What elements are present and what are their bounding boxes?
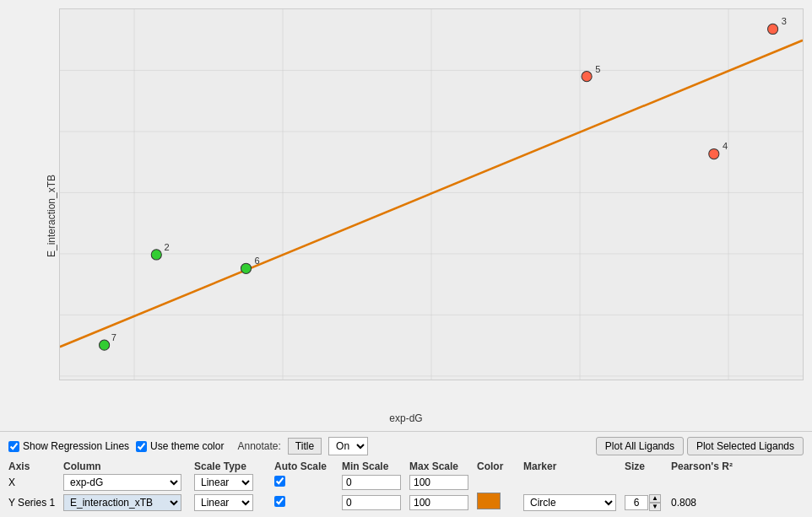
- y-color-cell: [477, 493, 523, 512]
- chart-inner: −203 −204 −205 −206 −207 −208 −11 −10 −9…: [59, 8, 804, 380]
- x-scaletype-cell: Linear Log: [194, 474, 274, 491]
- y-size-cell: ▲ ▼: [625, 494, 671, 511]
- use-theme-color-checkbox[interactable]: [136, 441, 147, 452]
- controls-area: Show Regression Lines Use theme color An…: [0, 431, 812, 517]
- y-minscale-cell: [342, 495, 409, 510]
- header-color: Color: [477, 460, 523, 472]
- svg-text:7: 7: [111, 332, 116, 342]
- x-minscale-cell: [342, 475, 409, 490]
- x-autoscale-cell: [274, 476, 342, 489]
- svg-point-32: [709, 148, 719, 159]
- y-scaletype-cell: Linear Log: [194, 494, 274, 511]
- y-axis-label: E_interaction_xTB: [46, 174, 57, 256]
- annotate-on-select[interactable]: On Off: [328, 437, 368, 455]
- controls-row1: Show Regression Lines Use theme color An…: [8, 437, 804, 455]
- svg-point-24: [100, 340, 110, 350]
- y-color-swatch[interactable]: [477, 493, 501, 509]
- y-pearson-cell: 0.808: [671, 497, 747, 509]
- y-scaletype-select[interactable]: Linear Log: [194, 494, 253, 511]
- chart-svg: −203 −204 −205 −206 −207 −208 −11 −10 −9…: [60, 9, 803, 380]
- y-marker-select[interactable]: Circle Square Triangle Diamond: [523, 494, 616, 511]
- x-minscale-input[interactable]: [342, 475, 401, 490]
- svg-point-30: [582, 72, 592, 82]
- show-regression-checkbox[interactable]: [8, 441, 19, 452]
- svg-point-26: [151, 250, 161, 260]
- y-autoscale-cell: [274, 496, 342, 509]
- right-buttons: Plot All Ligands Plot Selected Ligands: [596, 437, 804, 455]
- header-size: Size: [625, 460, 671, 472]
- svg-text:3: 3: [782, 16, 787, 26]
- header-minscale: Min Scale: [342, 460, 409, 472]
- y-axis-cell: Y Series 1: [8, 497, 63, 509]
- x-row: X exp-dG Linear Log: [8, 474, 804, 491]
- x-column-cell: exp-dG: [63, 474, 194, 491]
- use-theme-color-label[interactable]: Use theme color: [136, 440, 224, 452]
- svg-text:6: 6: [255, 256, 260, 266]
- chart-area: E_interaction_xTB: [0, 0, 812, 431]
- header-autoscale: Auto Scale: [274, 460, 342, 472]
- header-pearson: Pearson's R²: [671, 460, 747, 472]
- plot-selected-ligands-button[interactable]: Plot Selected Ligands: [687, 437, 804, 455]
- svg-text:5: 5: [595, 63, 600, 73]
- show-regression-text: Show Regression Lines: [23, 440, 129, 452]
- header-scaletype: Scale Type: [194, 460, 274, 472]
- x-maxscale-cell: [409, 475, 477, 490]
- y-minscale-input[interactable]: [342, 495, 401, 510]
- svg-point-28: [241, 263, 251, 273]
- x-axis-label: exp-dG: [389, 412, 422, 424]
- svg-point-34: [768, 24, 778, 34]
- x-scaletype-select[interactable]: Linear Log: [194, 474, 253, 491]
- y-column-select[interactable]: E_interaction_xTB: [63, 494, 181, 511]
- y-marker-cell: Circle Square Triangle Diamond: [523, 494, 625, 511]
- size-arrows: ▲ ▼: [649, 494, 661, 511]
- x-autoscale-checkbox[interactable]: [274, 476, 285, 487]
- x-column-select[interactable]: exp-dG: [63, 474, 181, 491]
- y-autoscale-checkbox[interactable]: [274, 496, 285, 507]
- y-row: Y Series 1 E_interaction_xTB Linear Log: [8, 493, 804, 512]
- annotate-label: Annotate:: [237, 440, 280, 452]
- header-marker: Marker: [523, 460, 625, 472]
- header-column: Column: [63, 460, 194, 472]
- size-down-button[interactable]: ▼: [649, 503, 661, 511]
- main-container: E_interaction_xTB: [0, 0, 812, 517]
- show-regression-label[interactable]: Show Regression Lines: [8, 440, 129, 452]
- y-column-cell: E_interaction_xTB: [63, 494, 194, 511]
- size-up-button[interactable]: ▲: [649, 494, 661, 503]
- svg-text:4: 4: [723, 141, 728, 151]
- size-control: ▲ ▼: [625, 494, 671, 511]
- y-maxscale-cell: [409, 495, 477, 510]
- y-size-input[interactable]: [625, 495, 648, 510]
- table-header: Axis Column Scale Type Auto Scale Min Sc…: [8, 460, 804, 472]
- use-theme-color-text: Use theme color: [150, 440, 224, 452]
- header-maxscale: Max Scale: [409, 460, 477, 472]
- x-axis-cell: X: [8, 477, 63, 488]
- annotate-title-button[interactable]: Title: [288, 438, 322, 455]
- plot-all-ligands-button[interactable]: Plot All Ligands: [596, 437, 684, 455]
- header-axis: Axis: [8, 460, 63, 472]
- x-maxscale-input[interactable]: [409, 475, 468, 490]
- y-maxscale-input[interactable]: [409, 495, 468, 510]
- svg-text:2: 2: [164, 242, 169, 252]
